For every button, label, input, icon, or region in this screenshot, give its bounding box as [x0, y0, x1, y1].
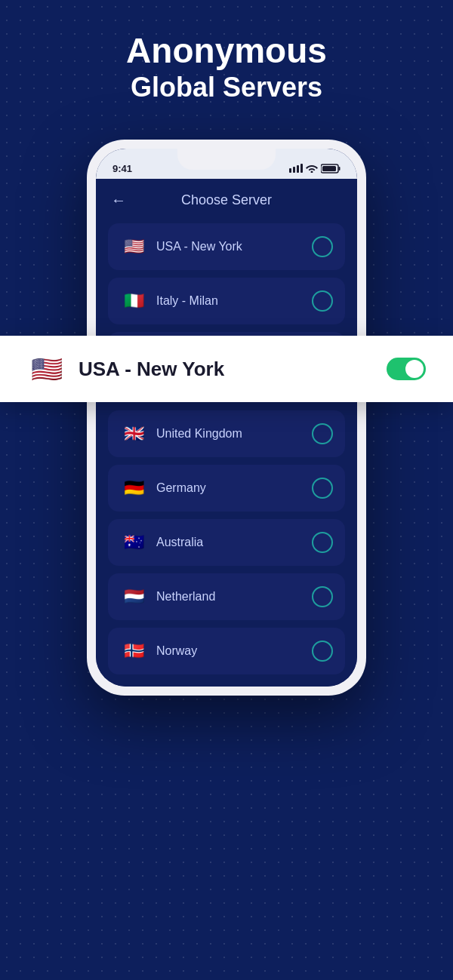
svg-rect-1	[293, 167, 295, 173]
toggle-selected[interactable]	[387, 358, 426, 380]
app-screen-title: Choose Server	[181, 192, 272, 208]
page-header: Anonymous Global Servers	[0, 0, 453, 120]
server-item[interactable]: 🇦🇺Australia	[108, 519, 345, 566]
server-item[interactable]: 🇮🇹Italy - Milan	[108, 278, 345, 324]
server-item[interactable]: 🇩🇪Germany	[108, 465, 345, 512]
status-time: 9:41	[112, 163, 132, 174]
radio-button[interactable]	[312, 236, 333, 257]
server-left: 🇳🇴Norway	[120, 637, 197, 665]
server-left: 🇩🇪Germany	[120, 475, 206, 502]
server-list-bottom: 🇬🇧United Kingdom🇩🇪Germany🇦🇺Australia🇳🇱Ne…	[96, 406, 357, 687]
server-flag: 🇦🇺	[120, 529, 147, 556]
server-left: 🇬🇧United Kingdom	[120, 420, 242, 447]
svg-rect-0	[289, 168, 291, 173]
server-flag: 🇳🇴	[120, 637, 147, 665]
app-header: ← Choose Server	[96, 179, 357, 219]
phone-frame: 9:41	[87, 140, 366, 696]
server-item[interactable]: 🇳🇴Norway	[108, 628, 345, 674]
server-flag: 🇬🇧	[120, 420, 147, 447]
server-left: 🇺🇸USA - New York	[120, 233, 242, 260]
server-flag: 🇺🇸	[120, 233, 147, 260]
server-name: Australia	[156, 536, 203, 549]
wifi-icon	[306, 164, 318, 173]
server-flag: 🇳🇱	[120, 583, 147, 610]
svg-rect-2	[297, 165, 299, 173]
signal-icon	[289, 164, 303, 173]
radio-button[interactable]	[312, 586, 333, 607]
phone-mockup: 9:41	[87, 140, 366, 696]
selected-flag: 🇺🇸	[27, 349, 66, 389]
server-name: United Kingdom	[156, 427, 242, 441]
radio-button[interactable]	[312, 532, 333, 553]
battery-icon	[321, 164, 341, 174]
sub-title: Global Servers	[0, 70, 453, 106]
selected-left: 🇺🇸 USA - New York	[27, 349, 224, 389]
selected-banner[interactable]: 🇺🇸 USA - New York	[0, 336, 453, 402]
server-left: 🇦🇺Australia	[120, 529, 203, 556]
svg-rect-6	[339, 167, 341, 171]
server-item[interactable]: 🇺🇸USA - New York	[108, 223, 345, 270]
radio-button[interactable]	[312, 641, 333, 662]
radio-button[interactable]	[312, 478, 333, 499]
radio-button[interactable]	[312, 423, 333, 444]
status-icons	[289, 164, 341, 174]
phone-screen: 9:41	[96, 149, 357, 687]
selected-server-name: USA - New York	[79, 358, 224, 381]
server-item[interactable]: 🇬🇧United Kingdom	[108, 410, 345, 457]
server-flag: 🇩🇪	[120, 475, 147, 502]
radio-button[interactable]	[312, 290, 333, 312]
server-name: USA - New York	[156, 240, 242, 253]
server-name: Italy - Milan	[156, 294, 218, 308]
main-title: Anonymous	[0, 32, 453, 70]
server-left: 🇳🇱Netherland	[120, 583, 215, 610]
server-name: Germany	[156, 481, 206, 495]
svg-rect-5	[322, 166, 336, 171]
svg-rect-3	[300, 164, 303, 173]
notch	[177, 149, 276, 170]
app-screen: ← Choose Server 🇺🇸USA - New York🇮🇹Italy …	[96, 179, 357, 687]
server-item[interactable]: 🇳🇱Netherland	[108, 573, 345, 620]
server-name: Norway	[156, 644, 197, 658]
server-flag: 🇮🇹	[120, 287, 147, 315]
back-button[interactable]: ←	[111, 192, 126, 209]
server-name: Netherland	[156, 590, 215, 604]
server-left: 🇮🇹Italy - Milan	[120, 287, 218, 315]
